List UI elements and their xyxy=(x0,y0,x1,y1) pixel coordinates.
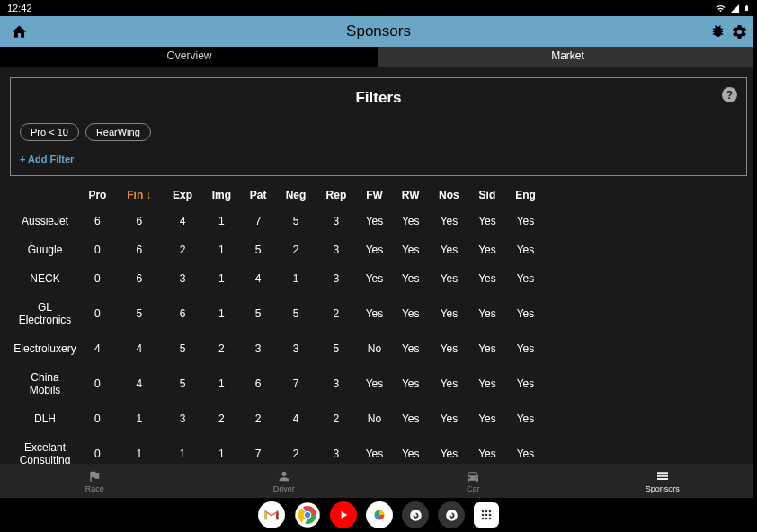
cell: Yes xyxy=(393,363,429,404)
status-time: 12:42 xyxy=(7,3,32,13)
cell: 2 xyxy=(276,235,316,264)
table-row[interactable]: Electroluxery4452335NoYesYesYesYes xyxy=(11,334,546,363)
battery-icon xyxy=(744,3,750,13)
col-header-name[interactable] xyxy=(11,183,79,207)
cell: 1 xyxy=(276,264,316,293)
col-header-fw[interactable]: FW xyxy=(356,183,392,207)
cell: 5 xyxy=(316,334,356,363)
photos-icon[interactable] xyxy=(366,501,393,528)
gmail-icon[interactable] xyxy=(258,501,285,528)
col-header-pro[interactable]: Pro xyxy=(79,183,116,207)
youtube-icon[interactable] xyxy=(330,501,357,528)
table-row[interactable]: DLH0132242NoYesYesYesYes xyxy=(11,404,546,433)
tab-overview[interactable]: Overview xyxy=(0,47,378,66)
cell: Yes xyxy=(505,264,546,293)
sponsors-icon xyxy=(655,469,670,483)
nav-race[interactable]: Race xyxy=(0,464,190,498)
col-header-nos[interactable]: Nos xyxy=(429,183,469,207)
cell: 1 xyxy=(202,293,241,334)
app-icon-2[interactable] xyxy=(438,501,465,528)
cell: Yes xyxy=(469,363,505,404)
cell: Yes xyxy=(356,264,392,293)
table-row[interactable]: Guugle0621523YesYesYesYesYes xyxy=(11,235,546,264)
nav-label: Race xyxy=(85,484,104,493)
system-nav-bar xyxy=(0,498,757,532)
cell: 0 xyxy=(79,235,116,264)
cell: No xyxy=(356,334,392,363)
col-header-rep[interactable]: Rep xyxy=(316,183,356,207)
filters-title: Filters xyxy=(20,89,737,107)
signal-icon xyxy=(730,4,740,13)
side-band xyxy=(753,0,757,532)
tab-market[interactable]: Market xyxy=(378,47,757,66)
table-row[interactable]: NECK0631413YesYesYesYesYes xyxy=(11,264,546,293)
cell: 7 xyxy=(241,207,276,235)
cell: 2 xyxy=(241,404,276,433)
app-drawer-icon[interactable] xyxy=(474,502,499,528)
col-header-exp[interactable]: Exp xyxy=(163,183,202,207)
col-header-sid[interactable]: Sid xyxy=(469,183,505,207)
table-row[interactable]: ChinaMobils0451673YesYesYesYesYes xyxy=(11,363,546,404)
table-row[interactable]: AussieJet6641753YesYesYesYesYes xyxy=(11,207,546,235)
nav-label: Car xyxy=(467,484,480,493)
cell: 3 xyxy=(276,334,316,363)
sponsor-name: DLH xyxy=(11,404,79,433)
col-header-eng[interactable]: Eng xyxy=(505,183,546,207)
svg-point-8 xyxy=(489,514,492,517)
filter-chip-rearwing[interactable]: RearWing xyxy=(85,123,151,141)
cell: 0 xyxy=(79,293,116,334)
nav-label: Sponsors xyxy=(646,484,680,493)
cell: 1 xyxy=(202,363,241,404)
nav-driver[interactable]: Driver xyxy=(190,464,379,498)
cell: Yes xyxy=(429,235,469,264)
home-icon[interactable] xyxy=(11,23,28,40)
cell: 4 xyxy=(79,334,116,363)
cell: Yes xyxy=(505,404,546,433)
cell: Yes xyxy=(469,334,505,363)
app-icon-1[interactable] xyxy=(402,501,429,528)
filters-panel: Filters ? Pro < 10 RearWing + Add Filter xyxy=(10,77,747,176)
tabs: Overview Market xyxy=(0,47,757,66)
cell: 6 xyxy=(163,293,202,334)
filter-chip-pro[interactable]: Pro < 10 xyxy=(20,123,79,141)
nav-sponsors[interactable]: Sponsors xyxy=(568,464,758,498)
cell: Yes xyxy=(356,207,392,235)
cell: 3 xyxy=(163,264,202,293)
help-icon[interactable]: ? xyxy=(722,87,737,102)
nav-label: Driver xyxy=(273,484,295,493)
filter-chips: Pro < 10 RearWing xyxy=(20,123,737,141)
cell: Yes xyxy=(356,235,392,264)
person-icon xyxy=(277,469,291,483)
sponsor-name: ChinaMobils xyxy=(11,363,79,404)
cell: Yes xyxy=(429,207,469,235)
nav-car[interactable]: Car xyxy=(378,464,568,498)
col-header-pat[interactable]: Pat xyxy=(241,183,276,207)
col-header-img[interactable]: Img xyxy=(202,183,241,207)
col-header-neg[interactable]: Neg xyxy=(276,183,316,207)
cell: Yes xyxy=(429,363,469,404)
cell: 3 xyxy=(241,334,276,363)
cell: 1 xyxy=(202,264,241,293)
cell: 3 xyxy=(316,363,356,404)
cell: 4 xyxy=(163,207,202,235)
chrome-icon[interactable] xyxy=(294,501,321,528)
gear-icon[interactable] xyxy=(731,23,748,40)
cell: Yes xyxy=(393,404,429,433)
table-row[interactable]: GLElectronics0561552YesYesYesYesYes xyxy=(11,293,546,334)
svg-point-11 xyxy=(489,518,492,520)
bug-icon[interactable] xyxy=(710,23,726,40)
sponsor-name: GLElectronics xyxy=(11,293,79,334)
col-header-rw[interactable]: RW xyxy=(393,183,429,207)
cell: 2 xyxy=(202,404,241,433)
cell: Yes xyxy=(505,235,546,264)
bottom-nav: Race Driver Car Sponsors xyxy=(0,464,757,498)
cell: Yes xyxy=(393,207,429,235)
cell: 6 xyxy=(116,207,163,235)
svg-point-9 xyxy=(482,518,485,520)
status-bar: 12:42 xyxy=(0,0,757,16)
cell: Yes xyxy=(393,264,429,293)
col-header-fin[interactable]: Fin ↓ xyxy=(116,183,163,207)
page-title: Sponsors xyxy=(346,22,411,40)
add-filter-button[interactable]: + Add Filter xyxy=(20,154,737,164)
cell: 5 xyxy=(116,293,163,334)
